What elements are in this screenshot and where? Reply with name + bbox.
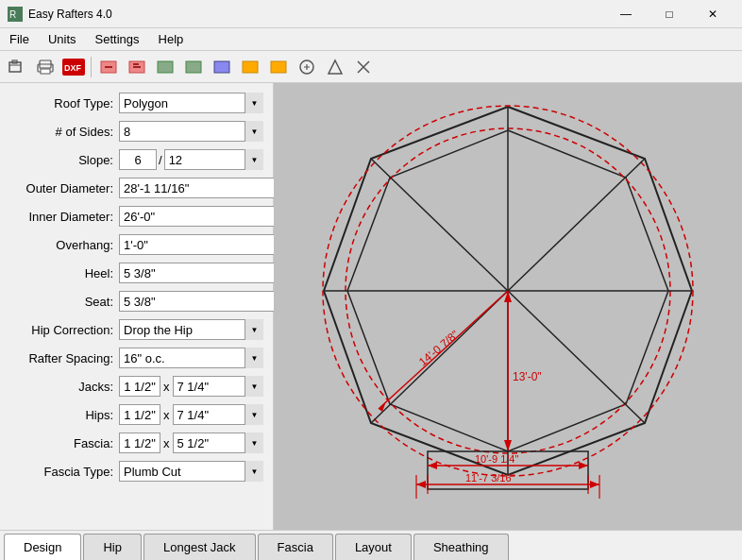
hip-correction-select-wrapper: Drop the Hip Back the Hip ▼: [119, 319, 263, 340]
outer-diameter-label: Outer Diameter:: [9, 181, 113, 195]
hips-row: Hips: x 7 1/4"9 1/4"11 1/4" ▼: [9, 402, 263, 427]
fascia-type-select[interactable]: Plumb Cut Square Cut Level Cut: [119, 461, 263, 482]
slope-denom-wrapper: 12643 ▼: [164, 149, 263, 170]
fascia-size-label: Fascia:: [9, 436, 113, 450]
app-icon: R: [8, 7, 23, 22]
tool-btn-6[interactable]: [237, 54, 263, 80]
slope-label: Slope:: [9, 153, 113, 167]
svg-text:DXF: DXF: [64, 63, 82, 73]
toolbar: DXF: [0, 51, 742, 83]
dxf-button[interactable]: DXF: [60, 54, 87, 80]
hip-correction-label: Hip Correction:: [9, 323, 113, 337]
outer-diameter-row: Outer Diameter:: [9, 176, 263, 200]
tab-layout[interactable]: Layout: [335, 534, 412, 560]
svg-rect-11: [158, 61, 173, 73]
jacks-depth-select[interactable]: 7 1/4"9 1/4"11 1/4": [173, 376, 264, 397]
tool-btn-9[interactable]: [322, 54, 348, 80]
left-panel: Roof Type: Polygon Gable Hip Shed ▼ # of…: [0, 83, 274, 530]
heel-label: Heel:: [9, 266, 113, 280]
seat-label: Seat:: [9, 295, 113, 309]
svg-rect-14: [243, 61, 258, 73]
svg-text:R: R: [9, 9, 16, 20]
tool-btn-7[interactable]: [265, 54, 292, 80]
sides-select[interactable]: 4567 81012: [119, 121, 263, 142]
fascia-width-input[interactable]: [119, 433, 160, 453]
seat-row: Seat: 🔒: [9, 289, 263, 314]
svg-text:10'-9 1/4": 10'-9 1/4": [475, 453, 518, 465]
overhang-input[interactable]: [119, 234, 287, 255]
inner-diameter-input[interactable]: [119, 206, 287, 227]
roof-type-label: Roof Type:: [9, 96, 113, 110]
hips-x: x: [160, 408, 173, 422]
fascia-x: x: [160, 436, 173, 450]
hip-correction-row: Hip Correction: Drop the Hip Back the Hi…: [9, 317, 263, 342]
fascia-type-select-wrapper: Plumb Cut Square Cut Level Cut ▼: [119, 461, 263, 482]
maximize-button[interactable]: □: [648, 0, 691, 28]
fascia-depth-wrapper: 5 1/2"3 1/2"7 1/4" ▼: [173, 433, 264, 453]
minimize-button[interactable]: —: [604, 0, 648, 28]
menu-file[interactable]: File: [0, 28, 39, 51]
heel-row: Heel: 🔒: [9, 261, 263, 285]
seat-input[interactable]: [119, 291, 287, 312]
hip-correction-select[interactable]: Drop the Hip Back the Hip: [119, 319, 263, 340]
window-controls: — □ ✕: [604, 0, 734, 28]
rafter-spacing-row: Rafter Spacing: 12" o.c. 16" o.c. 19.2" …: [9, 346, 263, 370]
tab-design[interactable]: Design: [4, 534, 81, 560]
menu-units[interactable]: Units: [39, 28, 86, 51]
hips-label: Hips:: [9, 408, 113, 422]
bottom-tabs: Design Hip Longest Jack Fascia Layout Sh…: [0, 530, 742, 560]
fascia-type-label: Fascia Type:: [9, 465, 113, 479]
heel-input[interactable]: [119, 263, 287, 283]
rafter-spacing-label: Rafter Spacing:: [9, 351, 113, 365]
fascia-row: Fascia: x 5 1/2"3 1/2"7 1/4" ▼: [9, 431, 263, 455]
tool-btn-8[interactable]: [294, 54, 320, 80]
tab-sheathing[interactable]: Sheathing: [413, 534, 509, 560]
hips-width-input[interactable]: [119, 404, 160, 425]
tool-btn-3[interactable]: [152, 54, 178, 80]
slope-denominator-select[interactable]: 12643: [164, 149, 263, 170]
hips-depth-select[interactable]: 7 1/4"9 1/4"11 1/4": [173, 404, 264, 425]
tab-longest-jack[interactable]: Longest Jack: [143, 534, 256, 560]
tool-btn-5[interactable]: [209, 54, 235, 80]
roof-type-row: Roof Type: Polygon Gable Hip Shed ▼: [9, 91, 263, 115]
svg-rect-12: [186, 61, 201, 73]
roof-diagram: 14'-0 7/8" 13'-0" 10'-9 1/4" 11'-7 3/16": [274, 83, 742, 530]
fascia-type-row: Fascia Type: Plumb Cut Square Cut Level …: [9, 459, 263, 484]
slope-numerator-input[interactable]: [119, 149, 157, 170]
tab-hip[interactable]: Hip: [83, 534, 142, 560]
menu-settings[interactable]: Settings: [86, 28, 149, 51]
toolbar-separator-1: [91, 57, 92, 77]
sides-select-wrapper: 4567 81012 ▼: [119, 121, 263, 142]
menu-help[interactable]: Help: [149, 28, 194, 51]
app-title: Easy Rafters 4.0: [28, 8, 604, 21]
tool-btn-10[interactable]: [350, 54, 377, 80]
svg-text:11'-7 3/16": 11'-7 3/16": [465, 472, 515, 484]
roof-type-select[interactable]: Polygon Gable Hip Shed: [119, 93, 263, 113]
jacks-label: Jacks:: [9, 380, 113, 394]
fascia-depth-select[interactable]: 5 1/2"3 1/2"7 1/4": [173, 433, 264, 453]
print-button[interactable]: [32, 54, 59, 80]
rafter-spacing-select-wrapper: 12" o.c. 16" o.c. 19.2" o.c. 24" o.c. ▼: [119, 348, 263, 368]
sides-label: # of Sides:: [9, 125, 113, 139]
inner-diameter-label: Inner Diameter:: [9, 210, 113, 224]
titlebar: R Easy Rafters 4.0 — □ ✕: [0, 0, 742, 28]
rafter-spacing-select[interactable]: 12" o.c. 16" o.c. 19.2" o.c. 24" o.c.: [119, 348, 263, 368]
tool-btn-2[interactable]: [124, 54, 150, 80]
hips-depth-wrapper: 7 1/4"9 1/4"11 1/4" ▼: [173, 404, 264, 425]
close-button[interactable]: ✕: [691, 0, 734, 28]
jacks-x: x: [160, 380, 173, 394]
tool-btn-1[interactable]: [95, 54, 122, 80]
inner-diameter-row: Inner Diameter:: [9, 204, 263, 229]
jacks-row: Jacks: x 7 1/4"9 1/4"11 1/4" ▼: [9, 374, 263, 399]
svg-rect-13: [214, 61, 229, 73]
drawing-area: 14'-0 7/8" 13'-0" 10'-9 1/4" 11'-7 3/16": [274, 83, 742, 530]
slope-slash: /: [157, 153, 164, 167]
tool-btn-4[interactable]: [180, 54, 207, 80]
svg-text:13'-0": 13'-0": [513, 370, 542, 383]
outer-diameter-input[interactable]: [119, 178, 287, 198]
slope-row: Slope: / 12643 ▼: [9, 147, 263, 172]
jacks-width-input[interactable]: [119, 376, 160, 397]
tab-fascia[interactable]: Fascia: [258, 534, 333, 560]
open-button[interactable]: [4, 54, 30, 80]
sides-row: # of Sides: 4567 81012 ▼: [9, 119, 263, 144]
